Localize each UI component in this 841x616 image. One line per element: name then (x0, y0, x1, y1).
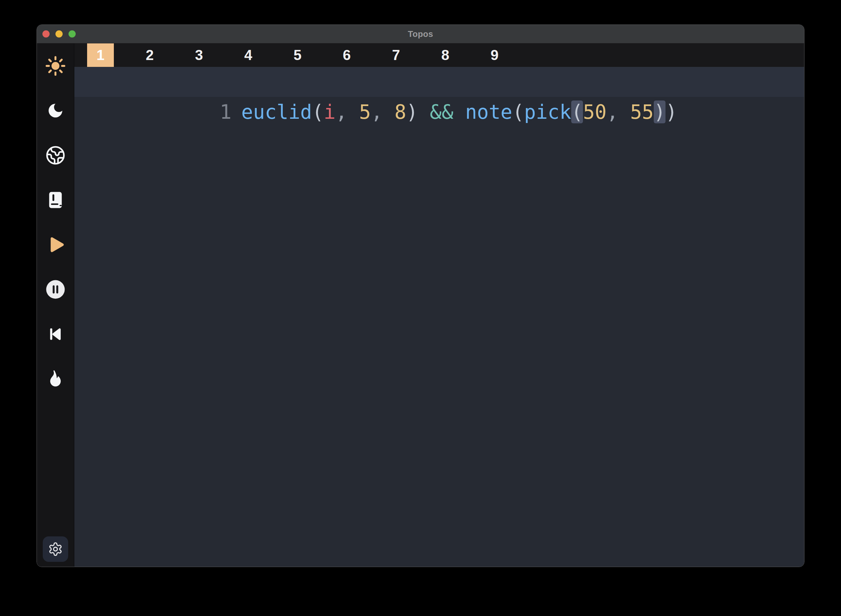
line-number: 1 (220, 101, 231, 123)
window-title: Topos (408, 29, 433, 39)
code-token: pick (524, 101, 571, 123)
globe-button[interactable] (37, 133, 74, 177)
tab-4[interactable]: 4 (235, 43, 262, 67)
code-token: 55 (630, 101, 654, 123)
tab-1[interactable]: 1 (87, 43, 114, 67)
code-token: && (430, 101, 453, 123)
skip-back-button[interactable] (37, 312, 74, 356)
code-line-1: 1euclid(i, 5, 8) && note(pick(50, 55)) (75, 67, 804, 97)
script-tabs: 1 2 3 4 5 6 7 8 9 (75, 43, 804, 67)
book-icon (46, 191, 65, 210)
code-token: ( (512, 101, 524, 123)
gear-icon (48, 541, 63, 557)
dark-theme-button[interactable] (37, 88, 74, 133)
code-token: 50 (583, 101, 607, 123)
settings-button[interactable] (43, 536, 68, 562)
code-token: , (371, 101, 394, 123)
code-token: , (607, 101, 630, 123)
code-token: 8 (394, 101, 406, 123)
flame-icon (46, 369, 65, 388)
globe-icon (45, 145, 66, 166)
code-token: 5 (359, 101, 371, 123)
code-token: i (324, 101, 336, 123)
docs-button[interactable] (37, 177, 74, 222)
tab-3[interactable]: 3 (186, 43, 212, 67)
code-token: ) (406, 101, 430, 123)
matched-bracket: ( (571, 101, 583, 123)
close-button[interactable] (42, 30, 50, 38)
tab-9[interactable]: 9 (481, 43, 508, 67)
code-token: , (336, 101, 359, 123)
play-button[interactable] (37, 222, 74, 267)
moon-icon (46, 101, 64, 120)
pause-button[interactable] (37, 267, 74, 312)
code-token (453, 101, 465, 123)
light-theme-button[interactable] (37, 43, 74, 88)
tab-6[interactable]: 6 (333, 43, 360, 67)
tab-7[interactable]: 7 (382, 43, 409, 67)
code-token: note (465, 101, 513, 123)
pause-icon (45, 279, 66, 299)
sidebar (37, 43, 75, 567)
tab-5[interactable]: 5 (284, 43, 311, 67)
title-bar: Topos (37, 25, 804, 43)
matched-bracket: ) (654, 101, 665, 123)
flame-button[interactable] (37, 356, 74, 401)
play-icon (45, 234, 66, 255)
tab-2[interactable]: 2 (136, 43, 163, 67)
code-token: ) (665, 101, 677, 123)
traffic-lights (42, 25, 76, 43)
skip-back-icon (46, 325, 64, 343)
screen: Topos (0, 0, 841, 616)
sun-icon (45, 56, 66, 76)
code-token: ( (312, 101, 324, 123)
zoom-button[interactable] (69, 30, 76, 38)
code-token: euclid (242, 101, 312, 123)
minimize-button[interactable] (56, 30, 63, 38)
topos-window: Topos (37, 25, 804, 567)
code-editor[interactable]: 1euclid(i, 5, 8) && note(pick(50, 55)) (75, 67, 804, 567)
main-area: 1 2 3 4 5 6 7 8 9 1euclid(i, 5, 8) && no… (75, 43, 804, 567)
tab-8[interactable]: 8 (432, 43, 459, 67)
